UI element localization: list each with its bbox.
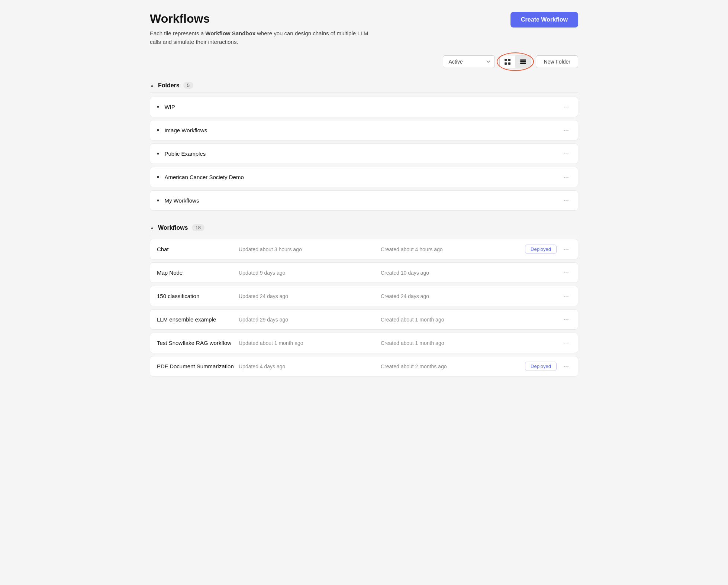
toolbar: Active Archived All xyxy=(150,55,578,68)
create-workflow-button[interactable]: Create Workflow xyxy=(510,12,578,28)
folder-more-button[interactable]: ··· xyxy=(561,149,571,158)
workflow-item-chat[interactable]: Chat Updated about 3 hours ago Created a… xyxy=(150,239,578,259)
workflow-status: ··· xyxy=(523,338,571,348)
workflow-more-button[interactable]: ··· xyxy=(561,245,571,254)
workflows-section-header[interactable]: ▲ Workflows 18 xyxy=(150,218,578,235)
workflow-item-llm-ensemble[interactable]: LLM ensemble example Updated 29 days ago… xyxy=(150,309,578,330)
view-toggle xyxy=(499,55,531,68)
folder-item-my-workflows[interactable]: ▪ My Workflows ··· xyxy=(150,190,578,211)
folder-name: American Cancer Society Demo xyxy=(164,174,556,180)
folder-more-button[interactable]: ··· xyxy=(561,126,571,135)
folder-item-actions: ··· xyxy=(561,126,571,135)
new-folder-button[interactable]: New Folder xyxy=(536,55,578,68)
workflow-status: ··· xyxy=(523,268,571,277)
folder-item-actions: ··· xyxy=(561,149,571,158)
status-badge: Deployed xyxy=(525,362,557,371)
svg-rect-4 xyxy=(520,59,526,61)
workflows-section: ▲ Workflows 18 Chat Updated about 3 hour… xyxy=(150,218,578,376)
workflow-updated: Updated about 3 hours ago xyxy=(239,246,381,252)
list-icon xyxy=(520,58,526,65)
folder-icon: ▪ xyxy=(157,197,159,204)
svg-rect-2 xyxy=(505,62,507,65)
svg-rect-6 xyxy=(520,63,526,64)
workflow-updated: Updated 29 days ago xyxy=(239,317,381,323)
workflow-name: 150 classification xyxy=(157,293,239,299)
folders-count-badge: 5 xyxy=(183,82,193,89)
folder-item-wip[interactable]: ▪ WIP ··· xyxy=(150,97,578,117)
folder-more-button[interactable]: ··· xyxy=(561,172,571,182)
workflow-updated: Updated about 1 month ago xyxy=(239,340,381,346)
folder-icon: ▪ xyxy=(157,173,159,181)
folder-name: Image Workflows xyxy=(164,127,556,133)
folders-section-header[interactable]: ▲ Folders 5 xyxy=(150,76,578,93)
header-left: Workflows Each tile represents a Workflo… xyxy=(150,12,373,46)
workflow-status: ··· xyxy=(523,291,571,301)
status-badge: Deployed xyxy=(525,245,557,254)
folder-more-button[interactable]: ··· xyxy=(561,196,571,205)
workflow-created: Created 10 days ago xyxy=(381,270,523,276)
workflow-more-button[interactable]: ··· xyxy=(561,362,571,371)
workflow-created: Created about 1 month ago xyxy=(381,317,523,323)
folder-icon: ▪ xyxy=(157,150,159,158)
folders-section-title: Folders xyxy=(158,82,180,89)
folders-chevron-icon: ▲ xyxy=(150,83,154,88)
workflow-created: Created about 4 hours ago xyxy=(381,246,523,252)
workflow-item-map-node[interactable]: Map Node Updated 9 days ago Created 10 d… xyxy=(150,262,578,283)
folders-section: ▲ Folders 5 ▪ WIP ··· ▪ Image Workflows … xyxy=(150,76,578,211)
folders-divider xyxy=(150,93,578,93)
workflow-created: Created 24 days ago xyxy=(381,293,523,299)
folder-more-button[interactable]: ··· xyxy=(561,102,571,111)
page-description: Each tile represents a Workflow Sandbox … xyxy=(150,29,373,46)
workflow-status: Deployed ··· xyxy=(523,245,571,254)
svg-rect-5 xyxy=(520,61,526,62)
folder-item-image-workflows[interactable]: ▪ Image Workflows ··· xyxy=(150,120,578,140)
page-title: Workflows xyxy=(150,12,373,26)
folder-name: WIP xyxy=(164,104,556,110)
page-header: Workflows Each tile represents a Workflo… xyxy=(150,12,578,46)
description-text-1: Each tile represents a xyxy=(150,30,205,36)
workflow-name: Map Node xyxy=(157,269,239,276)
svg-rect-3 xyxy=(508,62,510,65)
folder-icon: ▪ xyxy=(157,126,159,134)
workflow-updated: Updated 9 days ago xyxy=(239,270,381,276)
workflows-count-badge: 18 xyxy=(192,224,204,231)
workflow-status: Deployed ··· xyxy=(523,362,571,371)
grid-icon xyxy=(504,58,511,65)
folder-item-actions: ··· xyxy=(561,172,571,182)
description-bold: Workflow Sandbox xyxy=(205,30,255,36)
workflow-name: PDF Document Summarization xyxy=(157,363,239,369)
folder-icon: ▪ xyxy=(157,103,159,111)
list-view-button[interactable] xyxy=(515,55,531,68)
svg-rect-0 xyxy=(505,59,507,61)
workflow-item-snowflake-rag[interactable]: Test Snowflake RAG workflow Updated abou… xyxy=(150,333,578,353)
workflow-more-button[interactable]: ··· xyxy=(561,291,571,301)
folder-item-public-examples[interactable]: ▪ Public Examples ··· xyxy=(150,143,578,164)
workflow-name: LLM ensemble example xyxy=(157,316,239,323)
folder-name: Public Examples xyxy=(164,151,556,157)
workflows-chevron-icon: ▲ xyxy=(150,225,154,230)
folder-item-actions: ··· xyxy=(561,102,571,111)
workflow-updated: Updated 24 days ago xyxy=(239,293,381,299)
workflow-more-button[interactable]: ··· xyxy=(561,268,571,277)
grid-view-button[interactable] xyxy=(500,55,515,68)
folder-name: My Workflows xyxy=(164,197,556,204)
workflow-status: ··· xyxy=(523,315,571,324)
workflow-more-button[interactable]: ··· xyxy=(561,315,571,324)
folder-item-actions: ··· xyxy=(561,196,571,205)
workflow-more-button[interactable]: ··· xyxy=(561,338,571,348)
workflow-name: Chat xyxy=(157,246,239,252)
svg-rect-1 xyxy=(508,59,510,61)
filter-select[interactable]: Active Archived All xyxy=(443,55,495,68)
workflow-created: Created about 2 months ago xyxy=(381,363,523,369)
workflow-updated: Updated 4 days ago xyxy=(239,363,381,369)
workflow-created: Created about 1 month ago xyxy=(381,340,523,346)
workflow-item-150-classification[interactable]: 150 classification Updated 24 days ago C… xyxy=(150,286,578,306)
workflows-divider xyxy=(150,235,578,235)
workflow-name: Test Snowflake RAG workflow xyxy=(157,340,239,346)
folder-item-acs-demo[interactable]: ▪ American Cancer Society Demo ··· xyxy=(150,167,578,187)
workflow-item-pdf-summarization[interactable]: PDF Document Summarization Updated 4 day… xyxy=(150,356,578,376)
workflows-section-title: Workflows xyxy=(158,224,188,231)
